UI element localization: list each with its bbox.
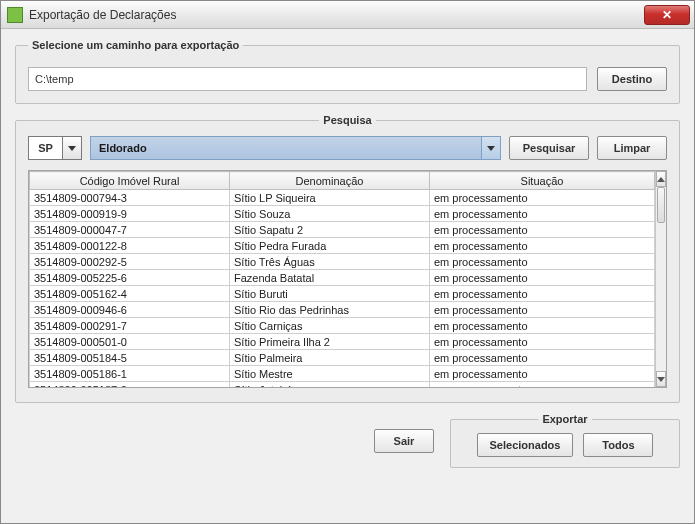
city-dropdown-button[interactable] (481, 136, 501, 160)
selecionados-button[interactable]: Selecionados (477, 433, 574, 457)
cell-denom: Sítio Rio das Pedrinhas (230, 302, 430, 318)
cell-sit: em processamento (430, 254, 655, 270)
cell-codigo: 3514809-000047-7 (30, 222, 230, 238)
scroll-up-button[interactable] (656, 171, 666, 187)
export-dialog: Exportação de Declarações ✕ Selecione um… (0, 0, 695, 524)
table-row[interactable]: 3514809-005186-1Sítio Mestreem processam… (30, 366, 655, 382)
cell-denom: Sítio Primeira Ilha 2 (230, 334, 430, 350)
cell-codigo: 3514809-000794-3 (30, 190, 230, 206)
export-section: Exportar Selecionados Todos (450, 413, 680, 468)
cell-sit: em processamento (430, 222, 655, 238)
cell-denom: Sítio Mestre (230, 366, 430, 382)
search-section: Pesquisa Pesquisar Limpar (15, 114, 680, 403)
vertical-scrollbar[interactable] (655, 171, 666, 387)
chevron-down-icon (487, 146, 495, 151)
table-row[interactable]: 3514809-005225-6Fazenda Batatalem proces… (30, 270, 655, 286)
uf-value[interactable] (28, 136, 62, 160)
uf-select[interactable] (28, 136, 82, 160)
close-icon: ✕ (662, 8, 672, 22)
cell-denom: Fazenda Batatal (230, 270, 430, 286)
cell-codigo: 3514809-005184-5 (30, 350, 230, 366)
results-table-wrap: Código Imóvel Rural Denominação Situação… (28, 170, 667, 388)
cell-codigo: 3514809-000292-5 (30, 254, 230, 270)
todos-button[interactable]: Todos (583, 433, 653, 457)
city-select[interactable] (90, 136, 501, 160)
chevron-down-icon (68, 146, 76, 151)
chevron-down-icon (657, 377, 665, 382)
path-section: Selecione um caminho para exportação Des… (15, 39, 680, 104)
cell-codigo: 3514809-000291-7 (30, 318, 230, 334)
close-button[interactable]: ✕ (644, 5, 690, 25)
cell-sit: em processamento (430, 190, 655, 206)
cell-codigo: 3514809-005225-6 (30, 270, 230, 286)
chevron-up-icon (657, 177, 665, 182)
footer-row: Sair Exportar Selecionados Todos (15, 413, 680, 468)
cell-sit: em processamento (430, 382, 655, 388)
cell-sit: em processamento (430, 238, 655, 254)
cell-denom: Sítio LP Siqueira (230, 190, 430, 206)
window-title: Exportação de Declarações (29, 8, 644, 22)
table-row[interactable]: 3514809-005187-0Sítio Jatobáem processam… (30, 382, 655, 388)
app-icon (7, 7, 23, 23)
table-header-row: Código Imóvel Rural Denominação Situação (30, 172, 655, 190)
table-row[interactable]: 3514809-000291-7Sítio Carniçasem process… (30, 318, 655, 334)
cell-codigo: 3514809-005162-4 (30, 286, 230, 302)
path-section-legend: Selecione um caminho para exportação (28, 39, 243, 51)
cell-sit: em processamento (430, 286, 655, 302)
table-row[interactable]: 3514809-000122-8Sítio Pedra Furadaem pro… (30, 238, 655, 254)
scroll-thumb[interactable] (657, 187, 665, 223)
cell-denom: Sítio Três Águas (230, 254, 430, 270)
table-row[interactable]: 3514809-000501-0Sítio Primeira Ilha 2em … (30, 334, 655, 350)
cell-denom: Sítio Souza (230, 206, 430, 222)
sair-button[interactable]: Sair (374, 429, 434, 453)
table-row[interactable]: 3514809-000946-6Sítio Rio das Pedrinhase… (30, 302, 655, 318)
path-input[interactable] (28, 67, 587, 91)
content-area: Selecione um caminho para exportação Des… (1, 29, 694, 478)
cell-sit: em processamento (430, 206, 655, 222)
cell-sit: em processamento (430, 350, 655, 366)
cell-denom: Sítio Jatobá (230, 382, 430, 388)
search-section-legend: Pesquisa (319, 114, 375, 126)
cell-denom: Sítio Buruti (230, 286, 430, 302)
scroll-down-button[interactable] (656, 371, 666, 387)
table-row[interactable]: 3514809-005162-4Sítio Burutiem processam… (30, 286, 655, 302)
cell-sit: em processamento (430, 366, 655, 382)
cell-sit: em processamento (430, 302, 655, 318)
col-header-codigo[interactable]: Código Imóvel Rural (30, 172, 230, 190)
cell-denom: Sítio Palmeira (230, 350, 430, 366)
cell-sit: em processamento (430, 318, 655, 334)
cell-denom: Sítio Carniças (230, 318, 430, 334)
cell-codigo: 3514809-005186-1 (30, 366, 230, 382)
col-header-denom[interactable]: Denominação (230, 172, 430, 190)
cell-sit: em processamento (430, 334, 655, 350)
titlebar: Exportação de Declarações ✕ (1, 1, 694, 29)
table-row[interactable]: 3514809-005184-5Sítio Palmeiraem process… (30, 350, 655, 366)
cell-sit: em processamento (430, 270, 655, 286)
results-table[interactable]: Código Imóvel Rural Denominação Situação… (29, 171, 655, 387)
cell-codigo: 3514809-000946-6 (30, 302, 230, 318)
cell-denom: Sítio Sapatu 2 (230, 222, 430, 238)
cell-codigo: 3514809-000919-9 (30, 206, 230, 222)
cell-codigo: 3514809-000122-8 (30, 238, 230, 254)
table-row[interactable]: 3514809-000292-5Sítio Três Águasem proce… (30, 254, 655, 270)
col-header-sit[interactable]: Situação (430, 172, 655, 190)
pesquisar-button[interactable]: Pesquisar (509, 136, 589, 160)
cell-codigo: 3514809-000501-0 (30, 334, 230, 350)
limpar-button[interactable]: Limpar (597, 136, 667, 160)
table-row[interactable]: 3514809-000794-3Sítio LP Siqueiraem proc… (30, 190, 655, 206)
table-row[interactable]: 3514809-000919-9Sítio Souzaem processame… (30, 206, 655, 222)
cell-denom: Sítio Pedra Furada (230, 238, 430, 254)
cell-codigo: 3514809-005187-0 (30, 382, 230, 388)
uf-dropdown-button[interactable] (62, 136, 82, 160)
export-section-legend: Exportar (538, 413, 591, 425)
city-value[interactable] (90, 136, 481, 160)
scroll-track[interactable] (656, 187, 666, 371)
table-row[interactable]: 3514809-000047-7Sítio Sapatu 2em process… (30, 222, 655, 238)
destino-button[interactable]: Destino (597, 67, 667, 91)
